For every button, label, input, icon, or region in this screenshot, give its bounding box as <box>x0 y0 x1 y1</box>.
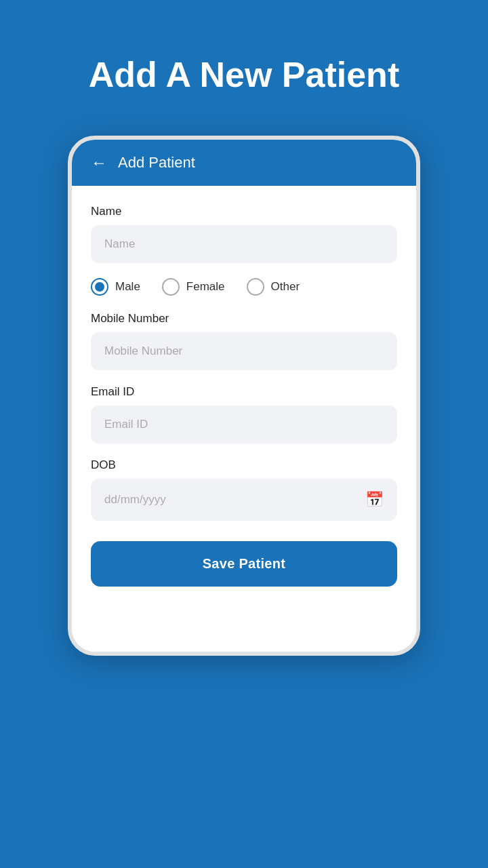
gender-option-male[interactable]: Male <box>91 278 140 296</box>
email-label: Email ID <box>91 385 397 399</box>
phone-bottom-space <box>72 611 416 652</box>
radio-male[interactable] <box>91 278 108 296</box>
form-body: Name Male Female Other Mobile Number Ema… <box>72 186 416 611</box>
dob-label: DOB <box>91 458 397 472</box>
header-title: Add Patient <box>118 154 195 172</box>
radio-male-label: Male <box>115 280 140 294</box>
save-patient-button[interactable]: Save Patient <box>91 541 397 587</box>
radio-other[interactable] <box>247 278 264 296</box>
gender-option-female[interactable]: Female <box>162 278 225 296</box>
app-header: ← Add Patient <box>72 140 416 186</box>
back-button[interactable]: ← <box>91 153 107 172</box>
email-input[interactable] <box>91 406 397 443</box>
radio-female[interactable] <box>162 278 180 296</box>
gender-radio-group: Male Female Other <box>91 278 397 296</box>
page-title: Add A New Patient <box>89 54 399 95</box>
calendar-icon: 📅 <box>365 491 384 509</box>
radio-other-label: Other <box>271 280 300 294</box>
phone-frame: ← Add Patient Name Male Female Other Mob… <box>68 136 420 656</box>
radio-female-label: Female <box>186 280 225 294</box>
mobile-input[interactable] <box>91 332 397 370</box>
gender-option-other[interactable]: Other <box>247 278 300 296</box>
dob-placeholder: dd/mm/yyyy <box>104 493 166 507</box>
name-label: Name <box>91 205 397 218</box>
name-input[interactable] <box>91 225 397 263</box>
dob-input[interactable]: dd/mm/yyyy 📅 <box>91 479 397 521</box>
mobile-label: Mobile Number <box>91 312 397 326</box>
